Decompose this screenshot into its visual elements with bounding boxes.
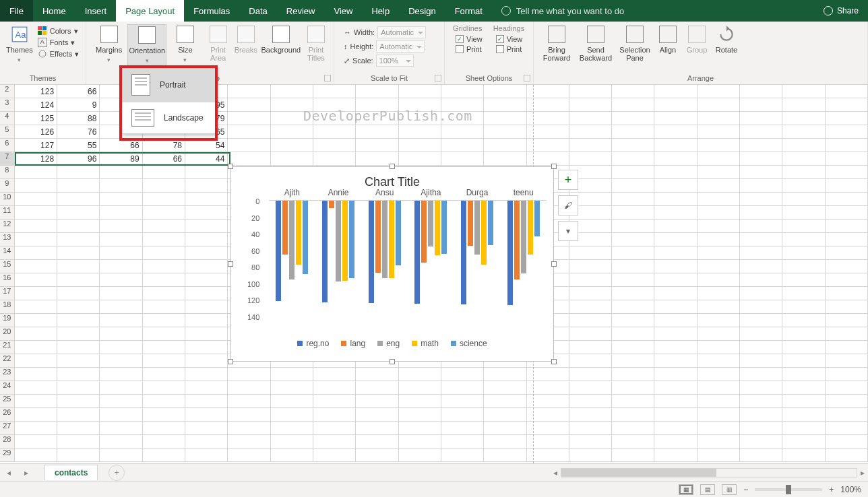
cell[interactable]	[782, 341, 825, 354]
cell[interactable]	[740, 422, 782, 435]
cell[interactable]	[100, 395, 142, 408]
cell[interactable]	[569, 341, 612, 354]
cell[interactable]	[185, 273, 228, 287]
cell[interactable]	[15, 449, 57, 462]
cell[interactable]	[399, 395, 441, 408]
cell[interactable]	[15, 233, 57, 246]
cell[interactable]	[484, 139, 526, 152]
cell[interactable]	[698, 273, 740, 287]
cell[interactable]	[15, 341, 57, 354]
cell[interactable]	[826, 85, 868, 98]
cell[interactable]	[782, 368, 825, 381]
cell[interactable]	[185, 166, 228, 179]
cell[interactable]	[356, 395, 398, 408]
cell[interactable]	[399, 368, 441, 381]
cell[interactable]	[569, 354, 612, 368]
cell[interactable]: 96	[57, 152, 100, 166]
cell[interactable]	[57, 435, 100, 449]
bar[interactable]	[389, 201, 394, 278]
hscroll-thumb[interactable]	[561, 469, 716, 477]
cell[interactable]: 124	[15, 98, 57, 112]
hscroll-right[interactable]: ▸	[857, 468, 868, 477]
cell[interactable]	[100, 287, 142, 300]
cell[interactable]	[185, 260, 228, 273]
cell[interactable]	[698, 193, 740, 206]
cell[interactable]	[185, 354, 228, 368]
cell[interactable]	[57, 368, 100, 381]
cell[interactable]	[654, 220, 697, 233]
cell[interactable]	[740, 125, 782, 139]
cell[interactable]: 128	[15, 152, 57, 166]
cell[interactable]: 9	[57, 98, 100, 112]
cell[interactable]	[399, 408, 441, 422]
cell[interactable]	[740, 314, 782, 327]
cell[interactable]	[782, 112, 825, 125]
cell[interactable]	[612, 139, 654, 152]
cell[interactable]	[228, 125, 270, 139]
row-header[interactable]: 25	[0, 395, 15, 408]
tab-view[interactable]: View	[324, 0, 362, 22]
cell[interactable]	[698, 449, 740, 462]
legend-item[interactable]: reg.no	[297, 339, 329, 348]
chart-elements-button[interactable]: +	[558, 170, 578, 190]
cell[interactable]	[185, 395, 228, 408]
cell[interactable]	[100, 314, 142, 327]
row-header[interactable]: 13	[0, 233, 15, 246]
cell[interactable]	[826, 449, 868, 462]
cell[interactable]	[15, 422, 57, 435]
orientation-button[interactable]: Orientation▾	[127, 24, 166, 66]
cell[interactable]	[612, 354, 654, 368]
cell[interactable]: 66	[57, 85, 100, 98]
cell[interactable]	[143, 166, 185, 179]
cell[interactable]	[612, 98, 654, 112]
cell[interactable]	[271, 85, 313, 98]
cell[interactable]	[782, 422, 825, 435]
cell[interactable]	[782, 233, 825, 246]
cell[interactable]	[185, 193, 228, 206]
bar[interactable]	[276, 201, 281, 301]
row-header[interactable]: 16	[0, 273, 15, 287]
print-area-button[interactable]: Print Area	[204, 24, 232, 63]
cell[interactable]	[399, 435, 441, 449]
cell[interactable]	[782, 85, 825, 98]
cell[interactable]	[698, 300, 740, 314]
cell[interactable]	[654, 98, 697, 112]
cell[interactable]	[698, 435, 740, 449]
cell[interactable]	[826, 112, 868, 125]
cell[interactable]	[228, 98, 270, 112]
cell[interactable]	[612, 449, 654, 462]
cell[interactable]	[441, 381, 484, 395]
cell[interactable]	[228, 139, 270, 152]
cell[interactable]	[612, 166, 654, 179]
cell[interactable]	[15, 300, 57, 314]
cell[interactable]	[654, 395, 697, 408]
cell[interactable]	[143, 206, 185, 220]
cell[interactable]	[612, 435, 654, 449]
cell[interactable]	[698, 341, 740, 354]
cell[interactable]	[100, 166, 142, 179]
cell[interactable]	[100, 422, 142, 435]
cell[interactable]	[100, 435, 142, 449]
cell[interactable]	[271, 395, 313, 408]
cell[interactable]	[612, 85, 654, 98]
cell[interactable]	[57, 260, 100, 273]
cell[interactable]	[569, 449, 612, 462]
scale-combo[interactable]: 100%	[376, 55, 414, 67]
cell[interactable]	[313, 449, 356, 462]
cell[interactable]	[356, 381, 398, 395]
cell[interactable]	[569, 368, 612, 381]
cell[interactable]	[57, 246, 100, 260]
chart-legend[interactable]: reg.nolangengmathscience	[231, 339, 553, 348]
chart-filters-button[interactable]: ▾	[558, 221, 578, 241]
cell[interactable]	[612, 368, 654, 381]
cell[interactable]	[826, 300, 868, 314]
row-header[interactable]: 26	[0, 408, 15, 422]
cell[interactable]	[356, 139, 398, 152]
gridlines-print-checkbox[interactable]	[456, 45, 464, 53]
cell[interactable]	[740, 287, 782, 300]
cell[interactable]	[569, 112, 612, 125]
bar[interactable]	[336, 201, 341, 281]
cell[interactable]	[185, 435, 228, 449]
cell[interactable]	[740, 381, 782, 395]
cell[interactable]	[826, 354, 868, 368]
